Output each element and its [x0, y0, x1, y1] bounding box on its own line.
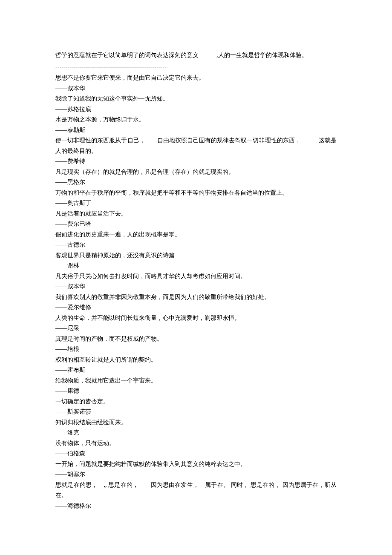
quote-block: 凡是现实（存在）的就是合理的，凡是合理（存在）的就是现实的。——黑格尔: [55, 167, 337, 188]
quote-author: ——胡塞尔: [55, 469, 337, 480]
quote-author: ——斯宾诺莎: [55, 407, 337, 417]
quote-text: 给我物质，我就用它造出一个宇宙来。: [55, 376, 337, 386]
divider-line: ----------------------------------------…: [55, 62, 337, 72]
quote-text: 我除了知道我的无知这个事实外一无所知。: [55, 94, 337, 104]
quote-text: 权利的相互转让就是人们所谓的契约。: [55, 355, 337, 365]
quote-block: 客观世界只是精神原始的，还没有意识的诗篇——谢林: [55, 250, 337, 271]
quote-block: 使一切非理性的东西服从于自己， 自由地按照自己固有的规律去驾驭一切非理性的东西，…: [55, 135, 337, 167]
quote-author: ——爱尔维修: [55, 302, 337, 313]
quotes-list: 思想不是你要它来它便来，而是由它自己决定它的来去。——叔本华我除了知道我的无知这…: [55, 73, 337, 511]
quote-block: 给我物质，我就用它造出一个宇宙来。——康德: [55, 376, 337, 397]
quote-block: 没有物体，只有运动。——伯格森: [55, 438, 337, 459]
quote-block: 权利的相互转让就是人们所谓的契约。——霍布斯: [55, 355, 337, 376]
quote-text: 真理是时间的产物，而不是权威的产物。: [55, 334, 337, 345]
quote-block: 真理是时间的产物，而不是权威的产物。——培根: [55, 334, 337, 355]
quote-block: 一切确定的皆否定。——斯宾诺莎: [55, 397, 337, 417]
quote-block: 思想不是你要它来它便来，而是由它自己决定它的来去。——叔本华: [55, 73, 337, 94]
quote-text: 使一切非理性的东西服从于自己， 自由地按照自己固有的规律去驾驭一切非理性的东西，…: [55, 135, 337, 156]
quote-author: ——黑格尔: [55, 177, 337, 188]
quote-block: 凡是活着的就应当活下去。——费尔巴哈: [55, 209, 337, 230]
quote-block: 一开始，问题就是要把纯粹而缄默的体验带入到其意义的纯粹表达之中。——胡塞尔: [55, 459, 337, 480]
quote-author: ——费希特: [55, 156, 337, 167]
quote-block: 知识归根结底由经验而来。——洛克: [55, 417, 337, 438]
quote-block: 万物的和平在于秩序的平衡，秩序就是把平等和不平等的事物安排在各自适当的位置上。—…: [55, 188, 337, 209]
quote-author: ——谢林: [55, 261, 337, 271]
quote-author: ——古德尔: [55, 240, 337, 250]
quote-block: 思就是在的思， ,, 思是在的， 因为思由在发生， 属于在。 同时， 思是在的，…: [55, 480, 337, 512]
quote-author: ——尼采: [55, 323, 337, 334]
quote-text: 一开始，问题就是要把纯粹而缄默的体验带入到其意义的纯粹表达之中。: [55, 459, 337, 470]
quote-text: 思就是在的思， ,, 思是在的， 因为思由在发生， 属于在。 同时， 思是在的，…: [55, 480, 337, 501]
quote-text: 没有物体，只有运动。: [55, 438, 337, 449]
quote-author: ——奥古斯丁: [55, 198, 337, 209]
quote-text: 人类的生命，并不能以时间长短来衡量，心中充满爱时，刹那即永恒。: [55, 313, 337, 324]
quote-author: ——霍布斯: [55, 365, 337, 376]
quote-block: 人类的生命，并不能以时间长短来衡量，心中充满爱时，刹那即永恒。——尼采: [55, 313, 337, 334]
quote-text: 一切确定的皆否定。: [55, 397, 337, 407]
quote-author: ——康德: [55, 386, 337, 397]
quote-text: 假如进化的历史重来一遍，人的出现概率是零。: [55, 230, 337, 240]
quote-text: 凡是活着的就应当活下去。: [55, 209, 337, 219]
quote-author: ——叔本华: [55, 83, 337, 94]
intro-text: 哲学的意蕴就在于它以简单明了的词句表达深刻的意义 ,人的一生就是哲学的体现和体验…: [55, 50, 337, 61]
quote-author: ——洛克: [55, 428, 337, 438]
quote-text: 客观世界只是精神原始的，还没有意识的诗篇: [55, 250, 337, 261]
quote-block: 假如进化的历史重来一遍，人的出现概率是零。——古德尔: [55, 230, 337, 250]
quote-text: 知识归根结底由经验而来。: [55, 417, 337, 428]
quote-author: ——苏格拉底: [55, 104, 337, 115]
quote-author: ——泰勒斯: [55, 125, 337, 136]
quote-text: 我们喜欢别人的敬重并非因为敬重本身，而是因为人们的敬重所带给我们的好处。: [55, 292, 337, 303]
quote-block: 水是万物之本源，万物终归于水。——泰勒斯: [55, 115, 337, 135]
quote-text: 凡夫俗子只关心如何去打发时间，而略具才华的人却考虑如何应用时间。: [55, 271, 337, 282]
quote-text: 水是万物之本源，万物终归于水。: [55, 115, 337, 125]
quote-text: 思想不是你要它来它便来，而是由它自己决定它的来去。: [55, 73, 337, 83]
quote-author: ——费尔巴哈: [55, 219, 337, 230]
quote-block: 凡夫俗子只关心如何去打发时间，而略具才华的人却考虑如何应用时间。——叔本华: [55, 271, 337, 292]
document-page: 哲学的意蕴就在于它以简单明了的词句表达深刻的意义 ,人的一生就是哲学的体现和体验…: [0, 0, 392, 555]
quote-author: ——伯格森: [55, 449, 337, 459]
quote-author: ——叔本华: [55, 282, 337, 292]
quote-text: 凡是现实（存在）的就是合理的，凡是合理（存在）的就是现实的。: [55, 167, 337, 178]
quote-text: 万物的和平在于秩序的平衡，秩序就是把平等和不平等的事物安排在各自适当的位置上。: [55, 188, 337, 198]
quote-block: 我除了知道我的无知这个事实外一无所知。——苏格拉底: [55, 94, 337, 115]
quote-author: ——海德格尔: [55, 501, 337, 512]
quote-author: ——培根: [55, 344, 337, 355]
quote-block: 我们喜欢别人的敬重并非因为敬重本身，而是因为人们的敬重所带给我们的好处。——爱尔…: [55, 292, 337, 313]
